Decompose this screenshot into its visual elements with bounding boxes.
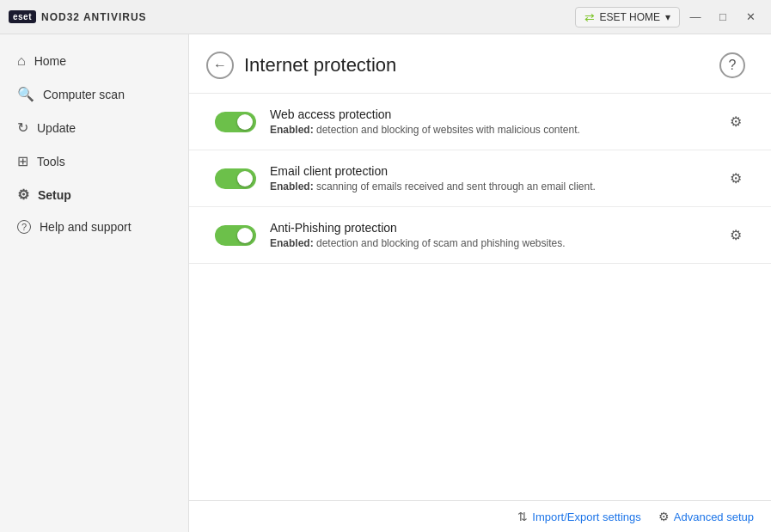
sidebar-item-tools[interactable]: ⊞ Tools bbox=[0, 144, 188, 178]
content-header: ← Internet protection ? bbox=[189, 34, 771, 94]
advanced-setup-link[interactable]: ⚙ Advanced setup bbox=[658, 510, 754, 523]
list-item: Anti-Phishing protection Enabled: detect… bbox=[189, 207, 771, 264]
sidebar-item-label-setup: Setup bbox=[38, 188, 71, 202]
sidebar-item-computer-scan[interactable]: 🔍 Computer scan bbox=[0, 77, 188, 111]
web-access-info: Web access protection Enabled: detection… bbox=[270, 107, 713, 136]
sidebar-item-label-tools: Tools bbox=[37, 155, 65, 168]
title-bar-left: eset NOD32 ANTIVIRUS bbox=[9, 10, 147, 23]
help-button[interactable]: ? bbox=[719, 52, 745, 78]
email-client-toggle[interactable] bbox=[215, 168, 256, 189]
list-item: Web access protection Enabled: detection… bbox=[189, 94, 771, 150]
question-icon: ? bbox=[729, 58, 737, 73]
anti-phishing-toggle[interactable] bbox=[215, 225, 256, 246]
sidebar-item-label-update: Update bbox=[37, 121, 76, 135]
toggle-thumb bbox=[237, 114, 253, 130]
sidebar-item-label-help: Help and support bbox=[40, 220, 132, 234]
content-area: ← Internet protection ? Web access prote… bbox=[189, 34, 771, 532]
protection-name: Email client protection bbox=[270, 164, 713, 178]
gear-icon: ⚙ bbox=[730, 228, 742, 242]
gear-icon: ⚙ bbox=[730, 171, 742, 186]
back-icon: ← bbox=[213, 58, 227, 73]
eset-home-label: ESET HOME bbox=[600, 11, 660, 23]
sidebar: ⌂ Home 🔍 Computer scan ↻ Update ⊞ Tools … bbox=[0, 34, 189, 532]
eset-home-icon: ⇄ bbox=[584, 10, 595, 24]
sidebar-item-label-scan: Computer scan bbox=[43, 88, 125, 101]
import-export-label: Import/Export settings bbox=[532, 511, 640, 523]
web-access-settings-button[interactable]: ⚙ bbox=[726, 110, 745, 133]
protection-desc: Enabled: scanning of emails received and… bbox=[270, 180, 713, 193]
list-item: Email client protection Enabled: scannin… bbox=[189, 150, 771, 207]
anti-phishing-settings-button[interactable]: ⚙ bbox=[726, 223, 745, 247]
protection-name: Web access protection bbox=[270, 107, 713, 121]
import-export-link[interactable]: ⇅ Import/Export settings bbox=[517, 510, 640, 523]
sidebar-item-help-support[interactable]: ? Help and support bbox=[0, 211, 188, 242]
protection-desc: Enabled: detection and blocking of scam … bbox=[270, 237, 713, 249]
protection-desc: Enabled: detection and blocking of websi… bbox=[270, 124, 713, 136]
sidebar-item-update[interactable]: ↻ Update bbox=[0, 111, 188, 144]
web-access-toggle[interactable] bbox=[215, 112, 256, 132]
import-export-icon: ⇅ bbox=[517, 510, 528, 523]
logo-text: NOD32 ANTIVIRUS bbox=[41, 11, 147, 23]
home-icon: ⌂ bbox=[17, 53, 26, 69]
advanced-setup-label: Advanced setup bbox=[674, 511, 754, 523]
help-icon: ? bbox=[17, 220, 31, 234]
logo-box: eset bbox=[9, 10, 36, 23]
sidebar-item-home[interactable]: ⌂ Home bbox=[0, 45, 188, 77]
eset-logo: eset NOD32 ANTIVIRUS bbox=[9, 10, 147, 23]
toggle-thumb bbox=[237, 171, 253, 187]
protection-list: Web access protection Enabled: detection… bbox=[189, 94, 771, 500]
anti-phishing-info: Anti-Phishing protection Enabled: detect… bbox=[270, 221, 713, 249]
toggle-thumb bbox=[237, 228, 253, 243]
chevron-down-icon: ▾ bbox=[665, 11, 670, 23]
update-icon: ↻ bbox=[17, 119, 28, 136]
maximize-button[interactable]: □ bbox=[711, 7, 735, 28]
gear-icon: ⚙ bbox=[730, 114, 742, 129]
scan-icon: 🔍 bbox=[17, 86, 34, 102]
close-button[interactable]: ✕ bbox=[738, 7, 762, 28]
minimize-button[interactable]: — bbox=[683, 7, 707, 28]
back-button[interactable]: ← bbox=[206, 52, 234, 79]
title-bar-right: ⇄ ESET HOME ▾ — □ ✕ bbox=[575, 7, 762, 28]
tools-icon: ⊞ bbox=[17, 153, 28, 169]
content-title-row: ← Internet protection bbox=[206, 52, 396, 79]
sidebar-item-label-home: Home bbox=[34, 54, 66, 68]
page-title: Internet protection bbox=[244, 54, 396, 76]
eset-home-button[interactable]: ⇄ ESET HOME ▾ bbox=[575, 7, 680, 28]
main-layout: ⌂ Home 🔍 Computer scan ↻ Update ⊞ Tools … bbox=[0, 34, 771, 532]
title-bar: eset NOD32 ANTIVIRUS ⇄ ESET HOME ▾ — □ ✕ bbox=[0, 0, 771, 34]
advanced-setup-icon: ⚙ bbox=[658, 510, 670, 523]
content-footer: ⇅ Import/Export settings ⚙ Advanced setu… bbox=[189, 500, 771, 532]
email-client-info: Email client protection Enabled: scannin… bbox=[270, 164, 713, 193]
protection-name: Anti-Phishing protection bbox=[270, 221, 713, 235]
sidebar-item-setup[interactable]: ⚙ Setup bbox=[0, 178, 188, 211]
setup-icon: ⚙ bbox=[17, 187, 29, 203]
email-client-settings-button[interactable]: ⚙ bbox=[726, 167, 745, 190]
